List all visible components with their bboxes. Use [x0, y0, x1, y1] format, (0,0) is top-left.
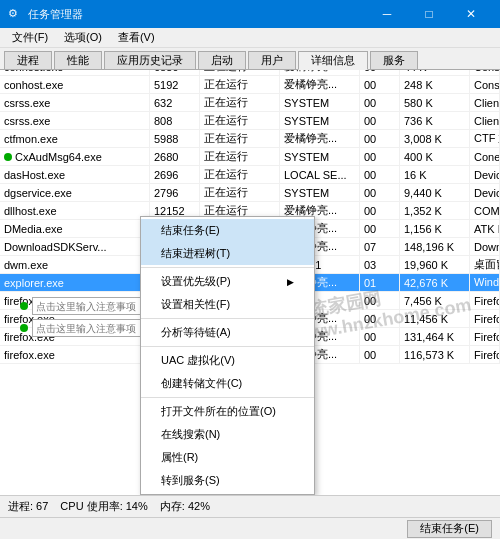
- context-menu-label: 分析等待链(A): [161, 325, 231, 340]
- tab-startup[interactable]: 启动: [198, 51, 246, 69]
- process-cpu: 00: [360, 94, 400, 111]
- process-desc: Client Server Runtime ...: [470, 94, 500, 111]
- process-desc: ATK Media: [470, 220, 500, 237]
- context-menu-item-priority[interactable]: 设置优先级(P)▶: [141, 270, 314, 293]
- tab-services[interactable]: 服务: [370, 51, 418, 69]
- tab-details[interactable]: 详细信息: [298, 51, 368, 70]
- process-cpu: 00: [360, 148, 400, 165]
- context-menu-label: 在线搜索(N): [161, 427, 220, 442]
- process-cpu: 00: [360, 70, 400, 75]
- tab-users[interactable]: 用户: [248, 51, 296, 69]
- process-user: SYSTEM: [280, 94, 360, 111]
- context-menu-item-search-online[interactable]: 在线搜索(N): [141, 423, 314, 446]
- process-user: 爱橘铮亮...: [280, 70, 360, 75]
- process-desc: DownloadSDKServer: [470, 238, 500, 255]
- status-cpu: CPU 使用率: 14%: [60, 499, 147, 514]
- status-dot-green: [20, 302, 28, 310]
- process-pid: 5988: [150, 130, 200, 147]
- context-menu-item-goto-services[interactable]: 转到服务(S): [141, 469, 314, 492]
- maximize-button[interactable]: □: [408, 0, 450, 28]
- table-row[interactable]: csrss.exe808正在运行SYSTEM00736 KClient Serv…: [0, 112, 500, 130]
- process-memory: 1,352 K: [400, 202, 470, 219]
- process-user: SYSTEM: [280, 184, 360, 201]
- process-pid: 632: [150, 94, 200, 111]
- process-desc: Console Window Host: [470, 70, 500, 75]
- process-desc: 桌面窗口管理器: [470, 256, 500, 273]
- process-name: firefox.exe: [0, 346, 150, 363]
- process-user: LOCAL SE...: [280, 166, 360, 183]
- context-menu-item-end-task[interactable]: 结束任务(E): [141, 219, 314, 242]
- title-bar: ⚙ 任务管理器 ─ □ ✕: [0, 0, 500, 28]
- process-desc: Console Window Host: [470, 76, 500, 93]
- context-menu: 结束任务(E)结束进程树(T)设置优先级(P)▶设置相关性(F)分析等待链(A)…: [140, 216, 315, 495]
- process-memory: 736 K: [400, 112, 470, 129]
- process-cpu: 00: [360, 112, 400, 129]
- process-status: 正在运行: [200, 148, 280, 165]
- table-row[interactable]: dasHost.exe2696正在运行LOCAL SE...0016 KDevi…: [0, 166, 500, 184]
- process-desc: Firefox: [470, 310, 500, 327]
- app-icon: ⚙: [8, 7, 22, 21]
- minimize-button[interactable]: ─: [366, 0, 408, 28]
- process-user: 爱橘铮亮...: [280, 76, 360, 93]
- menu-file[interactable]: 文件(F): [4, 28, 56, 47]
- process-memory: 3,008 K: [400, 130, 470, 147]
- process-cpu: 00: [360, 184, 400, 201]
- tabs: 进程 性能 应用历史记录 启动 用户 详细信息 服务: [0, 48, 500, 70]
- status-dot-green-2: [20, 324, 28, 332]
- process-name: ctfmon.exe: [0, 130, 150, 147]
- process-cpu: 00: [360, 130, 400, 147]
- table-row[interactable]: csrss.exe632正在运行SYSTEM00580 KClient Serv…: [0, 94, 500, 112]
- process-name: conhost.exe: [0, 70, 150, 75]
- context-menu-item-affinity[interactable]: 设置相关性(F): [141, 293, 314, 316]
- process-desc: CTF 加载管理器: [470, 130, 500, 147]
- process-desc: Windows 资源管理器: [470, 274, 500, 291]
- context-menu-item-properties[interactable]: 属性(R): [141, 446, 314, 469]
- process-cpu: 01: [360, 274, 400, 291]
- process-cpu: 00: [360, 166, 400, 183]
- process-user: SYSTEM: [280, 112, 360, 129]
- note-input-2[interactable]: [32, 319, 152, 337]
- process-desc: Client Server Runtime ...: [470, 112, 500, 129]
- close-button[interactable]: ✕: [450, 0, 492, 28]
- context-menu-separator: [141, 397, 314, 398]
- context-menu-label: 结束进程树(T): [161, 246, 230, 261]
- process-memory: 131,464 K: [400, 328, 470, 345]
- process-desc: COM Surrogate: [470, 202, 500, 219]
- context-menu-item-uac[interactable]: UAC 虚拟化(V): [141, 349, 314, 372]
- context-menu-item-wait-chain[interactable]: 分析等待链(A): [141, 321, 314, 344]
- context-menu-separator: [141, 318, 314, 319]
- process-cpu: 00: [360, 328, 400, 345]
- context-menu-separator: [141, 267, 314, 268]
- process-status: 正在运行: [200, 166, 280, 183]
- menu-view[interactable]: 查看(V): [110, 28, 163, 47]
- process-cpu: 03: [360, 256, 400, 273]
- tab-history[interactable]: 应用历史记录: [104, 51, 196, 69]
- note-input-1[interactable]: [32, 297, 152, 315]
- table-row[interactable]: conhost.exe5192正在运行爱橘铮亮...00248 KConsole…: [0, 76, 500, 94]
- end-task-button[interactable]: 结束任务(E): [407, 520, 492, 538]
- window-title: 任务管理器: [28, 7, 83, 22]
- process-memory: 148,196 K: [400, 238, 470, 255]
- context-menu-item-open-location[interactable]: 打开文件所在的位置(O): [141, 400, 314, 423]
- context-menu-item-dump[interactable]: 创建转储文件(C): [141, 372, 314, 395]
- table-row[interactable]: ctfmon.exe5988正在运行爱橘铮亮...003,008 KCTF 加载…: [0, 130, 500, 148]
- process-name: explorer.exe: [0, 274, 150, 291]
- context-menu-label: 转到服务(S): [161, 473, 220, 488]
- context-menu-label: 设置相关性(F): [161, 297, 230, 312]
- submenu-arrow-icon: ▶: [287, 277, 294, 287]
- process-cpu: 07: [360, 238, 400, 255]
- menu-options[interactable]: 选项(O): [56, 28, 110, 47]
- table-row[interactable]: CxAudMsg64.exe2680正在运行SYSTEM00400 KConex…: [0, 148, 500, 166]
- process-name: CxAudMsg64.exe: [0, 148, 150, 165]
- process-desc: Firefox: [470, 292, 500, 309]
- process-name: dllhost.exe: [0, 202, 150, 219]
- process-memory: 1,156 K: [400, 220, 470, 237]
- context-menu-item-end-tree[interactable]: 结束进程树(T): [141, 242, 314, 265]
- tab-performance[interactable]: 性能: [54, 51, 102, 69]
- table-row[interactable]: dgservice.exe2796正在运行SYSTEM009,440 KDevi…: [0, 184, 500, 202]
- process-pid: 2796: [150, 184, 200, 201]
- context-menu-label: UAC 虚拟化(V): [161, 353, 235, 368]
- tab-processes[interactable]: 进程: [4, 51, 52, 69]
- title-controls: ─ □ ✕: [366, 0, 492, 28]
- process-pid: 5192: [150, 76, 200, 93]
